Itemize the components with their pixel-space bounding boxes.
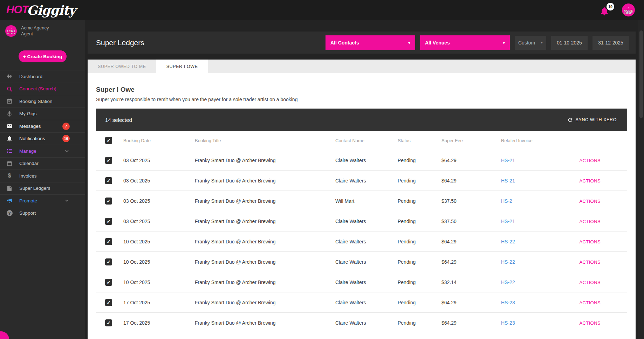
table-row: ✓03 Oct 2025Franky Smart Duo @ Archer Br… bbox=[96, 191, 627, 211]
cell-status: Pending bbox=[398, 158, 441, 163]
cell-title: Franky Smart Duo @ Archer Brewing bbox=[195, 279, 335, 285]
cell-contact: Claire Walters bbox=[335, 178, 398, 184]
sidebar-item-booking-station[interactable]: Booking Station bbox=[0, 95, 85, 108]
venues-filter-select[interactable]: All Venues ▾ bbox=[420, 35, 510, 50]
tab-bar: SUPER OWED TO MESUPER I OWE bbox=[88, 60, 636, 73]
date-to-input[interactable] bbox=[592, 36, 629, 50]
agency-avatar: ♪ ACME AGENCY bbox=[5, 25, 17, 37]
refresh-icon bbox=[567, 117, 573, 123]
cell-status: Pending bbox=[398, 259, 441, 265]
row-checkbox[interactable]: ✓ bbox=[105, 157, 112, 164]
related-invoice-link[interactable]: HS-21 bbox=[501, 219, 515, 224]
related-invoice-link[interactable]: HS-23 bbox=[501, 320, 515, 326]
sidebar-item-connect-search[interactable]: Connect (Search) bbox=[0, 83, 85, 95]
related-invoice-link[interactable]: HS-21 bbox=[501, 158, 515, 163]
sync-with-xero-button[interactable]: SYNC WITH XERO bbox=[567, 117, 617, 123]
scrollbar-thumb[interactable] bbox=[639, 30, 643, 118]
sidebar-item-support[interactable]: ?Support bbox=[0, 207, 85, 220]
related-invoice-link[interactable]: HS-2 bbox=[501, 198, 512, 204]
content-card: SUPER OWED TO MESUPER I OWE Super I Owe … bbox=[88, 60, 636, 339]
notifications-button[interactable]: 19 bbox=[600, 4, 611, 16]
sidebar-item-my-gigs[interactable]: My Gigs bbox=[0, 108, 85, 120]
create-booking-button[interactable]: + Create Booking bbox=[19, 50, 67, 62]
sidebar-nav: DashboardConnect (Search)Booking Station… bbox=[0, 70, 85, 219]
sidebar-item-promote[interactable]: Promote bbox=[0, 194, 85, 207]
microphone-icon bbox=[6, 110, 13, 117]
actions-button[interactable]: ACTIONS bbox=[579, 239, 601, 244]
cell-date: 03 Oct 2025 bbox=[123, 219, 195, 224]
actions-button[interactable]: ACTIONS bbox=[579, 320, 601, 326]
cell-fee: $64.29 bbox=[441, 320, 501, 326]
filters: All Contacts ▾ All Venues ▾ Custom ▾ bbox=[326, 35, 629, 50]
actions-button[interactable]: ACTIONS bbox=[579, 178, 601, 184]
row-checkbox[interactable]: ✓ bbox=[105, 258, 112, 265]
sidebar: ♪ ACME AGENCY Acme Agency Agent + Create… bbox=[0, 20, 85, 339]
related-invoice-link[interactable]: HS-22 bbox=[501, 239, 515, 244]
sidebar-item-invoices[interactable]: $Invoices bbox=[0, 170, 85, 182]
hotgiggity-logo[interactable]: HOT Giggity bbox=[6, 1, 75, 19]
actions-button[interactable]: ACTIONS bbox=[579, 158, 601, 163]
table-row-partial bbox=[96, 333, 627, 338]
sidebar-item-super-ledgers[interactable]: Super Ledgers bbox=[0, 182, 85, 195]
actions-button[interactable]: ACTIONS bbox=[579, 300, 601, 305]
sidebar-item-dashboard[interactable]: Dashboard bbox=[0, 70, 85, 83]
row-checkbox[interactable]: ✓ bbox=[105, 177, 112, 184]
sidebar-item-calendar[interactable]: Calendar bbox=[0, 157, 85, 170]
venues-filter-value: All Venues bbox=[425, 40, 450, 46]
date-range-value: Custom bbox=[518, 40, 535, 46]
sidebar-item-label: Connect (Search) bbox=[19, 86, 56, 91]
cell-date: 03 Oct 2025 bbox=[123, 178, 195, 184]
table-row: ✓17 Oct 2025Franky Smart Duo @ Archer Br… bbox=[96, 312, 627, 333]
help-icon: ? bbox=[6, 210, 13, 217]
sidebar-item-label: Promote bbox=[19, 198, 37, 203]
related-invoice-link[interactable]: HS-22 bbox=[501, 259, 515, 265]
related-invoice-link[interactable]: HS-21 bbox=[501, 178, 515, 184]
select-all-checkbox[interactable]: ✓ bbox=[105, 137, 112, 144]
sidebar-user-card[interactable]: ♪ ACME AGENCY Acme Agency Agent bbox=[0, 20, 85, 42]
table-row: ✓10 Oct 2025Franky Smart Duo @ Archer Br… bbox=[96, 272, 627, 292]
sidebar-item-messages[interactable]: Messages7 bbox=[0, 120, 85, 132]
row-checkbox[interactable]: ✓ bbox=[105, 299, 112, 306]
sidebar-item-manage[interactable]: Manage bbox=[0, 145, 85, 157]
date-range-select[interactable]: Custom ▾ bbox=[515, 36, 546, 50]
contacts-filter-value: All Contacts bbox=[330, 40, 359, 46]
row-checkbox[interactable]: ✓ bbox=[105, 238, 112, 245]
sync-with-xero-label: SYNC WITH XERO bbox=[576, 117, 617, 122]
cell-fee: $64.29 bbox=[441, 300, 501, 305]
cell-contact: Claire Walters bbox=[335, 219, 398, 224]
contacts-filter-select[interactable]: All Contacts ▾ bbox=[326, 35, 415, 50]
row-checkbox[interactable]: ✓ bbox=[105, 319, 112, 326]
column-header: Related Invoice bbox=[501, 138, 573, 143]
column-header: Contact Name bbox=[335, 138, 398, 143]
column-header: Booking Date bbox=[123, 138, 195, 143]
user-name: Acme Agency bbox=[21, 25, 49, 31]
cell-title: Franky Smart Duo @ Archer Brewing bbox=[195, 239, 335, 244]
cell-fee: $64.29 bbox=[441, 178, 501, 184]
date-from-input[interactable] bbox=[551, 36, 588, 50]
cell-date: 17 Oct 2025 bbox=[123, 320, 195, 326]
cell-date: 03 Oct 2025 bbox=[123, 198, 195, 204]
user-avatar[interactable]: ♪ ACME AGENCY bbox=[622, 4, 635, 16]
row-checkbox[interactable]: ✓ bbox=[105, 198, 112, 205]
cell-date: 10 Oct 2025 bbox=[123, 239, 195, 244]
actions-button[interactable]: ACTIONS bbox=[579, 199, 601, 204]
vertical-scrollbar[interactable] bbox=[638, 20, 644, 339]
table-row: ✓03 Oct 2025Franky Smart Duo @ Archer Br… bbox=[96, 150, 627, 170]
cell-contact: Will Mart bbox=[335, 198, 398, 204]
actions-button[interactable]: ACTIONS bbox=[579, 280, 601, 285]
related-invoice-link[interactable]: HS-23 bbox=[501, 300, 515, 305]
chevron-down-icon: ▾ bbox=[541, 40, 543, 45]
file-icon bbox=[6, 185, 13, 192]
column-header: Super Fee bbox=[441, 138, 501, 143]
actions-button[interactable]: ACTIONS bbox=[579, 260, 601, 265]
avatar-text: AGENCY bbox=[7, 33, 15, 35]
actions-button[interactable]: ACTIONS bbox=[579, 219, 601, 224]
row-checkbox[interactable]: ✓ bbox=[105, 218, 112, 225]
tab-super-owed-to-me[interactable]: SUPER OWED TO ME bbox=[88, 60, 156, 73]
related-invoice-link[interactable]: HS-22 bbox=[501, 279, 515, 285]
check-icon: ✓ bbox=[107, 219, 111, 224]
cell-fee: $64.29 bbox=[441, 259, 501, 265]
sidebar-item-notifications[interactable]: Notifications19 bbox=[0, 132, 85, 145]
tab-super-i-owe[interactable]: SUPER I OWE bbox=[156, 60, 208, 73]
row-checkbox[interactable]: ✓ bbox=[105, 279, 112, 286]
